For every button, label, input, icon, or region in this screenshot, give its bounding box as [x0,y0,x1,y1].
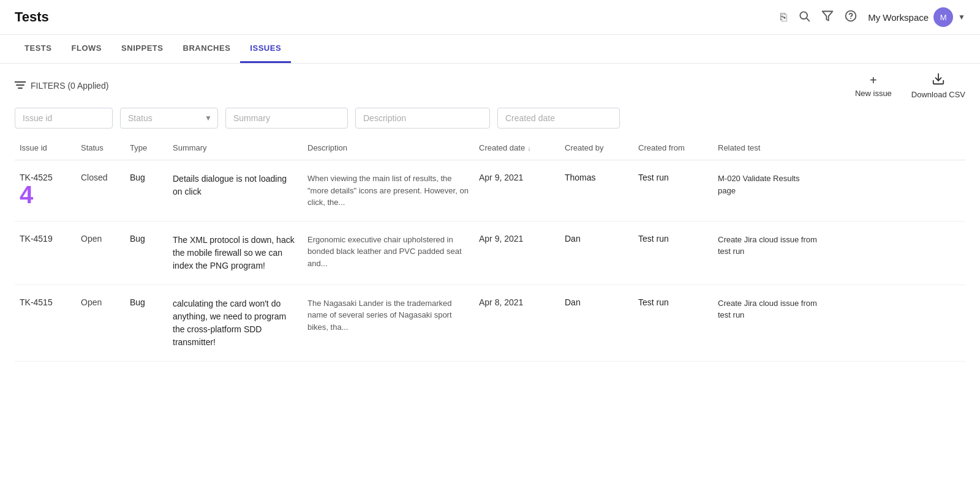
table-row: TK-4515 Open Bug calculating the card wo… [15,285,965,362]
header: Tests ⎘ My Workspace M ▼ [0,0,980,35]
workspace-menu[interactable]: My Workspace M ▼ [868,7,965,27]
filter-row: Status Open Closed ▼ [0,108,980,136]
toolbar: FILTERS (0 Applied) + New issue Download… [0,64,980,108]
filters-label: FILTERS (0 Applied) [31,81,108,91]
new-issue-button[interactable]: + New issue [855,73,892,98]
toolbar-actions: + New issue Download CSV [855,72,965,99]
cell-created-from: Test run [633,231,713,246]
table-row: TK-4519 Open Bug The XML protocol is dow… [15,222,965,285]
filter-lines-icon [15,81,26,91]
cell-related-test: M-020 Validate Results page [713,170,823,199]
cell-summary: calculating the card won't do anything, … [168,295,303,351]
cell-status: Open [76,231,125,246]
tab-branches[interactable]: BRANCHES [173,35,241,63]
cell-type: Bug [125,295,168,310]
plus-icon: + [870,73,877,88]
issue-id-input[interactable] [15,108,113,129]
cell-issue-id: TK-4525 4 [15,170,76,209]
tab-snippets[interactable]: SNIPPETS [111,35,173,63]
tab-tests[interactable]: TESTS [15,35,62,63]
download-csv-label: Download CSV [911,90,965,99]
cell-issue-id: TK-4519 [15,231,76,246]
cell-description: The Nagasaki Lander is the trademarked n… [303,295,474,336]
table-row: TK-4525 4 Closed Bug Details dialogue is… [15,160,965,222]
col-type: Type [125,141,168,155]
created-date-input[interactable] [497,108,620,129]
cell-related-test: Create Jira cloud issue from test run [713,231,823,260]
workspace-label: My Workspace [868,12,929,23]
cell-created-by: Dan [560,231,633,246]
col-summary: Summary [168,141,303,155]
cell-status: Closed [76,170,125,185]
help-icon[interactable] [845,10,857,25]
col-created-by: Created by [560,141,633,155]
col-description: Description [303,141,474,155]
col-created-date[interactable]: Created date ↓ [474,141,560,155]
status-select[interactable]: Status Open Closed [120,108,218,129]
cell-created-from: Test run [633,295,713,310]
cell-description: When viewing the main list of results, t… [303,170,474,211]
col-related-test: Related test [713,141,823,155]
monitor-icon[interactable]: ⎘ [780,11,787,24]
svg-marker-2 [823,11,833,20]
avatar: M [933,7,953,27]
nav-tabs: TESTS FLOWS SNIPPETS BRANCHES ISSUES [0,35,980,64]
cell-created-by: Thomas [560,170,633,185]
svg-point-0 [801,12,808,19]
tab-flows[interactable]: FLOWS [62,35,112,63]
col-created-from: Created from [633,141,713,155]
cell-created-by: Dan [560,295,633,310]
filters-button[interactable]: FILTERS (0 Applied) [15,81,108,91]
cell-created-from: Test run [633,170,713,185]
cell-description: Ergonomic executive chair upholstered in… [303,231,474,272]
cell-related-test: Create Jira cloud issue from test run [713,295,823,324]
page-title: Tests [15,9,49,25]
cell-issue-id: TK-4515 [15,295,76,310]
cell-created-date: Apr 9, 2021 [474,170,560,185]
new-issue-label: New issue [855,89,892,98]
status-filter-wrap: Status Open Closed ▼ [120,108,218,129]
workspace-chevron-icon: ▼ [958,13,965,21]
summary-input[interactable] [225,108,348,129]
filter-icon[interactable] [821,10,834,25]
description-input[interactable] [355,108,490,129]
cell-type: Bug [125,170,168,185]
issues-table: Issue id Status Type Summary Description… [0,136,980,362]
cell-status: Open [76,295,125,310]
col-status: Status [76,141,125,155]
header-right: ⎘ My Workspace M ▼ [780,7,965,27]
download-icon [932,72,945,89]
download-csv-button[interactable]: Download CSV [911,72,965,99]
table-header: Issue id Status Type Summary Description… [15,136,965,160]
cell-created-date: Apr 9, 2021 [474,231,560,246]
col-issue-id: Issue id [15,141,76,155]
search-icon[interactable] [798,10,810,25]
sort-icon: ↓ [527,144,531,152]
tab-issues[interactable]: ISSUES [240,35,291,63]
cell-summary: The XML protocol is down, hack the mobil… [168,231,303,275]
cell-created-date: Apr 8, 2021 [474,295,560,310]
cell-summary: Details dialogue is not loading on click [168,170,303,201]
svg-line-1 [807,18,809,21]
cell-type: Bug [125,231,168,246]
